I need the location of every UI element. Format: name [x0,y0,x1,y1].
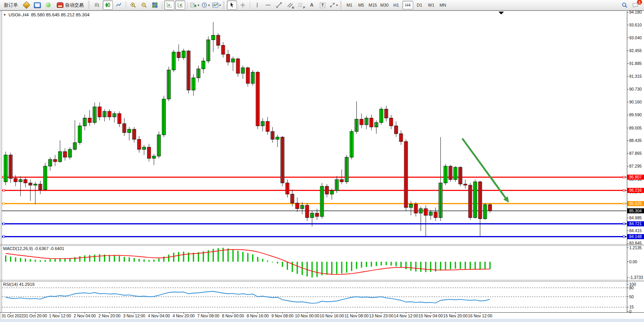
time-axis-label: 15 Nov 20:00 [443,313,468,318]
separator [162,2,162,9]
crosshair-icon [240,2,246,8]
timeframe-mn[interactable]: MN [437,1,448,9]
price-tick-label: 90.160 [629,100,642,104]
time-axis-label: 8 Nov 16:00 [247,313,269,318]
time-axis-label: 1 Nov 12:00 [49,313,71,318]
macd-tick-label: 0.00 [629,259,637,264]
candlestick-icon [105,2,111,8]
timeframe-h4[interactable]: H4 [402,1,413,9]
signals-icon[interactable] [43,0,53,10]
timeframe-w1[interactable]: W1 [426,1,437,9]
cursor-icon [229,2,235,8]
price-tick-label: 93.610 [629,23,642,27]
new-chart-icon [190,2,197,8]
price-tick-label: 84.415 [629,228,642,233]
new-chart-button[interactable]: ▾ [190,0,200,10]
horizontal-line-button[interactable] [263,0,273,10]
channel-letter: E [292,6,294,9]
auto-scroll-button[interactable] [164,0,174,10]
chart-shift-button[interactable] [175,0,185,10]
zoom-in-icon [130,2,137,9]
timeframe-m1[interactable]: M1 [344,1,355,9]
separator [126,2,126,9]
toolbar-grip [340,1,342,9]
symbol-period-label: USOil-,H4 [9,12,29,17]
chevron-down-icon: ▾ [336,4,338,7]
new-order-button[interactable]: 新订单 [1,0,21,10]
periods-button[interactable]: ▾ [200,0,211,10]
timeframe-d1[interactable]: D1 [414,1,425,9]
timeframe-m30[interactable]: M30 [379,1,390,9]
price-tick-label: 92.455 [629,48,642,53]
vertical-line-icon [254,2,260,8]
price-tick-label: 90.730 [629,87,642,91]
notifications-button[interactable]: 1 [630,0,640,10]
price-tick-label: 91.315 [629,74,642,79]
text-button[interactable]: A [307,0,317,10]
time-axis-label: 16 Nov 12:00 [468,313,493,318]
price-tick-label: 84.985 [629,215,642,220]
rsi-tick-label: 80 [629,285,634,290]
trendline-button[interactable] [274,0,284,10]
time-axis-label: 14 Nov 12:00 [394,313,418,318]
price-tick-label: 87.295 [629,164,642,168]
gold-nugget-icon[interactable] [21,0,32,10]
chart-title: ▼ USOil-,H4 85.580 85.645 85.212 85.304 [3,12,89,17]
level-price-label: 85.304 [629,208,642,213]
time-axis-label: 15 Nov 04:00 [419,313,443,318]
price-tick-label: 88.435 [629,138,642,143]
equidistant-channel-button[interactable]: E [285,0,295,10]
cursor-button[interactable] [227,0,237,10]
tile-windows-button[interactable] [150,0,160,10]
rsi-tick-label: 0 [629,309,632,314]
line-handle[interactable] [3,203,5,205]
level-price-label: 84.721 [629,221,642,226]
fibonacci-button[interactable]: F [296,0,306,10]
chart-shift-icon [177,2,183,8]
bar-chart-button[interactable] [92,0,102,10]
zoom-in-button[interactable] [128,0,138,10]
auto-trading-button[interactable]: 自动交易 [54,0,86,10]
toolbar: 新订单 自动交易 [0,0,644,10]
time-axis-label: 7 Nov 08:00 [197,313,219,318]
indicators-button[interactable]: ▾ [211,0,221,10]
text-icon: A [310,2,314,8]
trading-terminal: 新订单 自动交易 [0,0,644,322]
line-handle[interactable] [623,176,625,178]
time-axis-label: 10 Nov 16:00 [320,313,344,318]
line-handle[interactable] [3,189,5,191]
arrows-button[interactable]: ▾ [328,0,339,10]
notification-badge: 1 [637,0,642,5]
timeframe-m15[interactable]: M15 [367,1,378,9]
timeframe-m5[interactable]: M5 [356,1,367,9]
macd-label: MACD(12,26,9) -0.6367 -0.6401 [3,246,64,251]
line-handle[interactable] [623,236,625,238]
time-axis-label: 3 Nov 12:00 [123,313,145,318]
price-tick-label: 87.865 [629,151,642,156]
line-handle[interactable] [623,223,625,225]
line-handle[interactable] [3,223,5,225]
timeframe-h1[interactable]: H1 [391,1,402,9]
crosshair-button[interactable] [238,0,248,10]
chart-canvas[interactable]: 94.18093.61093.04092.45591.88591.31590.7… [0,10,644,322]
macd-tick-label: -1.3733 [629,275,643,280]
auto-scroll-icon [166,2,172,8]
collapse-triangle-icon[interactable]: ▼ [3,13,6,17]
text-label-button[interactable]: T [318,0,328,10]
zoom-out-button[interactable] [139,0,149,10]
line-handle[interactable] [623,189,625,191]
candlestick-chart-button[interactable] [103,0,113,10]
vertical-line-button[interactable] [252,0,262,10]
search-button[interactable] [619,0,630,10]
chart-window[interactable]: 94.18093.61093.04092.45591.88591.31590.7… [0,10,644,322]
chevron-down-icon: ▾ [198,4,199,7]
chevron-down-icon: ▾ [208,4,210,7]
separator [187,2,188,9]
line-chart-button[interactable] [114,0,124,10]
line-handle[interactable] [3,236,5,238]
line-handle[interactable] [623,203,625,205]
arrows-icon [329,2,335,8]
search-icon [621,2,628,9]
toolbar-grip [223,1,225,9]
terminal-icon[interactable] [32,0,42,10]
